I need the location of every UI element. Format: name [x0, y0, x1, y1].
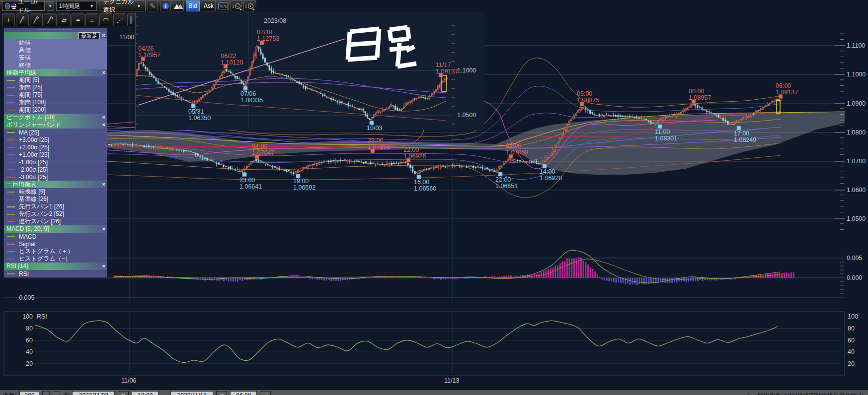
legend-item[interactable]: 先行スパン2 [52] — [4, 210, 107, 218]
svg-text:1.07047: 1.07047 — [252, 149, 274, 156]
close-icon[interactable]: × — [102, 69, 105, 76]
legend-item[interactable]: Signal — [4, 240, 107, 248]
arc-tool[interactable]: ◠ — [99, 13, 112, 26]
ask-button[interactable]: Ask — [202, 0, 216, 11]
legend-item[interactable]: +1.00σ [25] — [4, 151, 107, 158]
svg-text:1.1000: 1.1000 — [847, 71, 866, 78]
svg-text:1.06928: 1.06928 — [540, 175, 562, 182]
series-color-swatch — [7, 199, 15, 200]
svg-text:06/22: 06/22 — [221, 53, 236, 60]
svg-text:60: 60 — [848, 337, 855, 344]
svg-text:02:00: 02:00 — [506, 142, 521, 149]
svg-text:1.06926: 1.06926 — [403, 153, 426, 160]
count-down-button[interactable]: ▼ — [42, 391, 50, 395]
draw-button[interactable]: ✎ — [148, 0, 158, 11]
crosshair-tool[interactable]: ＋ — [2, 13, 15, 26]
legend-item[interactable]: -3.00σ [25] — [4, 173, 107, 181]
legend-group-header: ボリンジャーバンド× — [4, 121, 107, 129]
trendline1-tool[interactable]: ╱1 — [16, 13, 29, 26]
svg-text:1.06651: 1.06651 — [495, 183, 518, 190]
chevron-down-icon: ▼ — [90, 4, 94, 8]
us-flag-icon — [11, 3, 16, 9]
calendar-icon[interactable]: ▦ — [118, 391, 129, 395]
legend-item[interactable]: -2.00σ [25] — [4, 166, 107, 173]
legend-item[interactable]: 期間 [100] — [4, 99, 107, 106]
range-tilde: ～ — [161, 392, 167, 395]
zoom-out-button[interactable]: ↕− — [231, 0, 241, 11]
svg-text:0.000: 0.000 — [847, 274, 862, 281]
bid-button[interactable]: Bid — [186, 0, 200, 11]
close-icon[interactable]: × — [102, 263, 105, 270]
close-icon[interactable]: × — [102, 114, 105, 121]
timeframe-selector[interactable]: 1時間足 ▼ — [56, 1, 97, 11]
date-to-field[interactable]: 2023/11/18 — [170, 391, 213, 395]
series-color-swatch — [7, 154, 15, 155]
svg-text:80: 80 — [848, 325, 855, 332]
mountain-chart-button[interactable] — [173, 0, 184, 11]
calendar-icon[interactable]: ▦ — [216, 391, 227, 395]
indicator-legend-panel[interactable]: ·····················最新足×始値高値安値終値移動平均線×期… — [4, 28, 107, 277]
date-from-field[interactable]: 2023/11/03 — [72, 391, 115, 395]
series-color-swatch — [7, 273, 15, 274]
bar-count-input[interactable]: 300 — [19, 391, 39, 395]
svg-text:05:00: 05:00 — [577, 90, 592, 97]
series-color-swatch — [7, 80, 15, 81]
info-button[interactable]: i — [160, 0, 171, 11]
svg-text:1.10120: 1.10120 — [221, 59, 243, 66]
legend-item[interactable]: -1.00σ [25] — [4, 158, 107, 166]
ruler-tool[interactable]: ▱ — [58, 13, 71, 26]
legend-item[interactable]: ヒストグラム（−） — [4, 255, 107, 263]
legend-item[interactable]: 期間 [5] — [4, 76, 107, 84]
tick-chart-button[interactable]: ∿∿ — [218, 0, 229, 11]
legend-item[interactable]: 安値 — [4, 54, 107, 62]
legend-item[interactable]: +3.00σ [25] — [4, 136, 107, 143]
trendline3-tool[interactable]: ╱3 — [44, 13, 57, 26]
svg-text:1.1000: 1.1000 — [457, 67, 476, 74]
count-up-button[interactable]: ▲ — [53, 391, 60, 395]
trendline2-tool[interactable]: ╱2 — [30, 13, 43, 26]
series-color-swatch — [7, 192, 15, 193]
svg-text:1.0800: 1.0800 — [847, 129, 866, 136]
legend-item[interactable]: 始値 — [4, 39, 107, 47]
series-color-swatch — [7, 221, 15, 222]
multi-hlines-tool[interactable]: ≡ — [85, 13, 98, 26]
legend-item[interactable]: +2.00σ [25] — [4, 143, 107, 151]
legend-item[interactable]: 期間 [200] — [4, 106, 107, 114]
close-icon[interactable]: × — [102, 181, 105, 188]
waveform-icon: ∿∿ — [218, 2, 228, 9]
legend-item[interactable]: 期間 [25] — [4, 84, 107, 91]
legend-group-header: RSI [14]× — [4, 263, 107, 270]
svg-text:20: 20 — [848, 360, 855, 367]
close-icon[interactable]: × — [102, 225, 105, 233]
fan-tool[interactable]: ⋰ — [113, 13, 126, 26]
svg-text:04/26: 04/26 — [138, 45, 154, 52]
series-color-swatch — [7, 214, 15, 215]
undo-icon[interactable]: ↵ — [260, 391, 271, 395]
legend-item[interactable]: MA [25] — [4, 129, 107, 136]
panel-drag-handle[interactable]: ····················· — [4, 28, 107, 32]
svg-text:22:00: 22:00 — [403, 146, 419, 153]
close-icon[interactable]: × — [102, 121, 105, 129]
pair-dropdown-button[interactable]: ▼ — [47, 1, 54, 11]
legend-item[interactable]: RSI — [4, 270, 107, 277]
close-icon[interactable]: × — [102, 32, 105, 39]
technical-select-button[interactable]: テクニカル選択 ▼ — [99, 0, 146, 11]
two-hlines-tool[interactable]: ＝ — [72, 13, 84, 26]
legend-item[interactable]: 終値 — [4, 62, 107, 69]
currency-pair-selector[interactable]: ユーロ/ドル — [2, 1, 45, 11]
zoom-in-button[interactable]: ↕+ — [243, 0, 254, 11]
legend-item[interactable]: 高値 — [4, 47, 107, 54]
legend-item[interactable]: 基準線 [26] — [4, 196, 107, 203]
time-to-field[interactable]: 06:00 — [230, 391, 257, 395]
legend-item[interactable]: 転換線 [9] — [4, 188, 107, 196]
main-toolbar: ユーロ/ドル ▼ 1時間足 ▼ テクニカル選択 ▼ ✎ i Bid Ask ∿∿… — [0, 0, 256, 12]
legend-item[interactable]: 期間 [75] — [4, 91, 107, 99]
svg-text:0.005: 0.005 — [847, 255, 862, 262]
time-from-field[interactable]: 19:00 — [132, 391, 158, 395]
legend-item[interactable]: 先行スパン1 [26] — [4, 203, 107, 210]
svg-text:11/08: 11/08 — [119, 34, 134, 41]
svg-text:05/31: 05/31 — [188, 108, 204, 115]
legend-item[interactable]: 遅行スパン [26] — [4, 218, 107, 225]
legend-item[interactable]: MACD — [4, 233, 107, 240]
legend-item[interactable]: ヒストグラム（＋） — [4, 248, 107, 255]
